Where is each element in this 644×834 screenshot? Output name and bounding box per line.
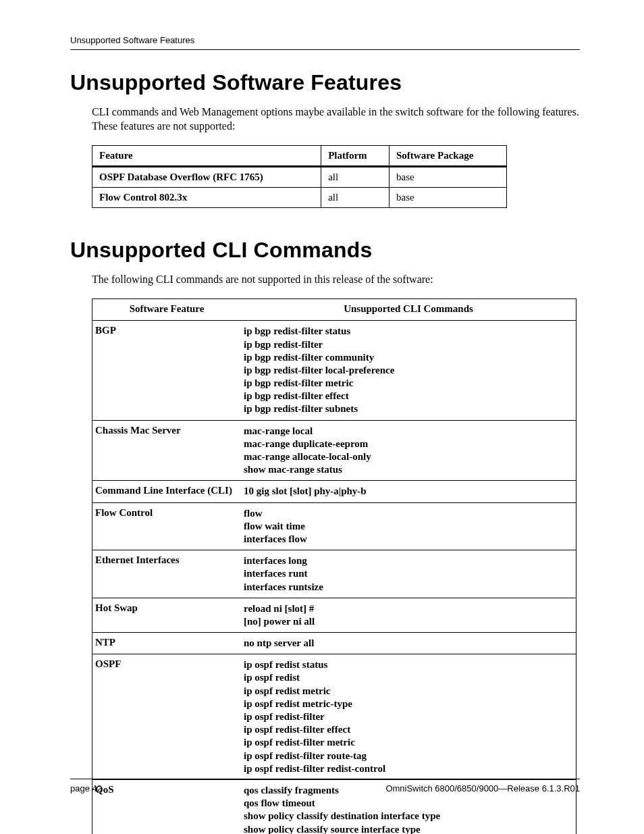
- cell-software-feature: Ethernet Interfaces: [92, 550, 241, 598]
- cell-software-feature: BGP: [92, 321, 241, 420]
- table-row: BGPip bgp redist-filter statusip bgp red…: [92, 321, 576, 420]
- features-table: Feature Platform Software Package OSPF D…: [92, 145, 507, 208]
- cli-command: interfaces runt: [244, 567, 573, 580]
- cli-command: ip ospf redist-filter effect: [244, 723, 573, 736]
- cli-command: ip ospf redist-filter route-tag: [244, 750, 573, 762]
- cell-cli-commands: flowflow wait timeinterfaces flow: [241, 502, 576, 550]
- th-package: Software Package: [390, 146, 507, 167]
- cell-software-feature: Flow Control: [92, 502, 241, 550]
- th-unsupported-cmds: Unsupported CLI Commands: [241, 299, 576, 321]
- table-row: OSPFip ospf redist statusip ospf redisti…: [92, 654, 576, 780]
- cell-cli-commands: ip bgp redist-filter statusip bgp redist…: [241, 321, 576, 420]
- cell-software-feature: Hot Swap: [92, 598, 241, 632]
- table-row: NTPno ntp server all: [92, 633, 576, 654]
- section1-title: Unsupported Software Features: [70, 70, 580, 95]
- cli-command: interfaces flow: [244, 533, 573, 546]
- table-row: Chassis Mac Servermac-range localmac-ran…: [92, 420, 576, 481]
- cell-cli-commands: reload ni [slot] #[no] power ni all: [241, 598, 576, 632]
- th-platform: Platform: [321, 146, 390, 167]
- cell-package: base: [390, 188, 507, 208]
- cell-platform: all: [321, 188, 390, 208]
- table-row: Flow Control 802.3x all base: [92, 188, 507, 208]
- section1-intro: CLI commands and Web Management options …: [92, 105, 580, 133]
- section2-title: Unsupported CLI Commands: [70, 238, 580, 263]
- footer-rule: [70, 779, 580, 779]
- cli-command: ip ospf redist-filter redist-control: [244, 762, 573, 775]
- cli-command: ip bgp redist-filter community: [244, 351, 573, 364]
- table-header-row: Software Feature Unsupported CLI Command…: [92, 299, 576, 321]
- cli-table: Software Feature Unsupported CLI Command…: [92, 299, 576, 834]
- cell-software-feature: Chassis Mac Server: [92, 420, 241, 481]
- table-row: Ethernet Interfacesinterfaces longinterf…: [92, 550, 576, 598]
- cli-command: reload ni [slot] #: [244, 602, 573, 615]
- cli-command: mac-range allocate-local-only: [244, 450, 573, 463]
- cli-command: ip bgp redist-filter effect: [244, 390, 573, 402]
- cli-command: ip ospf redist status: [244, 658, 573, 671]
- footer-row: page 42 OmniSwitch 6800/6850/9000—Releas…: [70, 783, 580, 793]
- cell-feature: OSPF Database Overflow (RFC 1765): [92, 167, 321, 188]
- cli-command: [no] power ni all: [244, 615, 573, 628]
- cli-command: mac-range duplicate-eeprom: [244, 438, 573, 450]
- cli-command: ip ospf redist: [244, 671, 573, 684]
- page-footer: page 42 OmniSwitch 6800/6850/9000—Releas…: [70, 779, 580, 793]
- section2: Unsupported CLI Commands The following C…: [70, 238, 580, 834]
- section2-intro: The following CLI commands are not suppo…: [92, 272, 580, 286]
- cell-cli-commands: 10 gig slot [slot] phy-a|phy-b: [241, 481, 576, 502]
- cli-command: flow wait time: [244, 520, 573, 533]
- cli-command: ip bgp redist-filter status: [244, 325, 573, 338]
- cell-software-feature: Command Line Interface (CLI): [92, 481, 241, 502]
- cli-command: qos flow timeout: [244, 797, 573, 810]
- table-header-row: Feature Platform Software Package: [92, 146, 507, 167]
- cli-command: mac-range local: [244, 425, 573, 438]
- cli-command: ip bgp redist-filter subnets: [244, 402, 573, 415]
- cli-command: ip ospf redist-filter: [244, 710, 573, 723]
- cli-command: ip ospf redist-filter metric: [244, 736, 573, 749]
- cell-feature: Flow Control 802.3x: [92, 188, 321, 208]
- table-row: Hot Swapreload ni [slot] #[no] power ni …: [92, 598, 576, 632]
- running-head: Unsupported Software Features: [70, 35, 580, 45]
- cli-command: interfaces runtsize: [244, 581, 573, 594]
- cli-command: 10 gig slot [slot] phy-a|phy-b: [244, 485, 573, 498]
- cli-command: ip bgp redist-filter metric: [244, 377, 573, 390]
- cli-command: show policy classify source interface ty…: [244, 823, 573, 834]
- table-row: OSPF Database Overflow (RFC 1765) all ba…: [92, 167, 507, 188]
- cli-command: ip ospf redist metric: [244, 685, 573, 698]
- cli-command: interfaces long: [244, 554, 573, 567]
- cli-command: flow: [244, 507, 573, 520]
- th-software-feature: Software Feature: [92, 299, 241, 321]
- cli-command: show mac-range status: [244, 463, 573, 476]
- cell-software-feature: NTP: [92, 633, 241, 654]
- cli-command: no ntp server all: [244, 637, 573, 650]
- cell-cli-commands: ip ospf redist statusip ospf redistip os…: [241, 654, 576, 780]
- page: Unsupported Software Features Unsupporte…: [0, 0, 644, 834]
- cell-software-feature: OSPF: [92, 654, 241, 780]
- table-row: Command Line Interface (CLI)10 gig slot …: [92, 481, 576, 502]
- cli-command: ip bgp redist-filter local-preference: [244, 364, 573, 377]
- footer-page-number: page 42: [70, 783, 102, 793]
- cell-cli-commands: interfaces longinterfaces runtinterfaces…: [241, 550, 576, 598]
- table-row: Flow Controlflowflow wait timeinterfaces…: [92, 502, 576, 550]
- cli-command: ip bgp redist-filter: [244, 338, 573, 351]
- cell-package: base: [390, 167, 507, 188]
- cli-command: show policy classify destination interfa…: [244, 810, 573, 823]
- cell-cli-commands: mac-range localmac-range duplicate-eepro…: [241, 420, 576, 481]
- footer-product-release: OmniSwitch 6800/6850/9000—Release 6.1.3.…: [385, 783, 580, 793]
- header-rule: [70, 49, 580, 50]
- cell-cli-commands: no ntp server all: [241, 633, 576, 654]
- cli-table-wrap: Software Feature Unsupported CLI Command…: [92, 298, 576, 834]
- cell-platform: all: [321, 167, 390, 188]
- cli-command: ip ospf redist metric-type: [244, 698, 573, 710]
- th-feature: Feature: [92, 146, 321, 167]
